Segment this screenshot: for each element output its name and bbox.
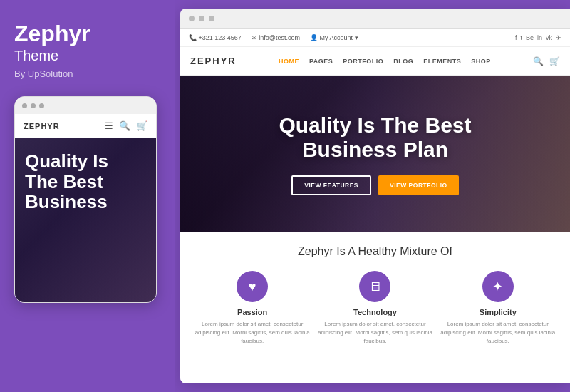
brand-subtitle: Theme [14, 48, 160, 64]
simplicity-desc: Lorem ipsum dolor sit amet, consectetur … [440, 320, 556, 346]
twitter-icon[interactable]: t [520, 34, 522, 41]
technology-label: Technology [353, 308, 397, 316]
mobile-chrome-bar [15, 97, 156, 114]
passion-desc: Lorem ipsum dolor sit amet, consectetur … [195, 320, 310, 346]
hero-section: Quality Is The Best Business Plan VIEW F… [180, 76, 570, 232]
nav-blog[interactable]: BLOG [393, 58, 413, 65]
nav-cart-icon[interactable]: 🛒 [549, 56, 560, 66]
vk-icon[interactable]: vk [546, 34, 552, 41]
account-info[interactable]: 👤 My Account ▾ [310, 34, 358, 41]
mobile-hero-text: Quality Is The Best Business [25, 151, 146, 212]
hero-content: Quality Is The Best Business Plan VIEW F… [279, 113, 471, 195]
behance-icon[interactable]: Be [526, 34, 534, 41]
mobile-nav-icons: ☰ 🔍 🛒 [105, 120, 147, 131]
mobile-preview: ZEPHYR ☰ 🔍 🛒 Quality Is The Best Busines… [14, 96, 157, 303]
instagram-icon[interactable]: in [537, 34, 542, 41]
hamburger-icon[interactable]: ☰ [105, 120, 113, 131]
site-nav-icons: 🔍 🛒 [533, 56, 560, 66]
facebook-icon[interactable]: f [515, 34, 517, 41]
right-panel: 📞 +321 123 4567 ✉ info@test.com 👤 My Acc… [180, 9, 570, 383]
mobile-dot-1 [22, 103, 27, 108]
technology-desc: Lorem ipsum dolor sit amet, consectetur … [317, 320, 432, 346]
email-info: ✉ info@test.com [252, 34, 300, 41]
hero-buttons: VIEW FEATURES VIEW PORTFOLIO [279, 175, 471, 195]
mobile-cart-icon[interactable]: 🛒 [136, 120, 147, 131]
passion-label: Passion [237, 308, 267, 316]
social-icons: f t Be in vk ✈ [515, 34, 561, 41]
nav-shop[interactable]: SHOP [471, 58, 491, 65]
features-grid: ♥ Passion Lorem ipsum dolor sit amet, co… [195, 271, 556, 346]
mobile-nav-logo: ZEPHYR [24, 122, 60, 130]
site-nav-links: HOME PAGES PORTFOLIO BLOG ELEMENTS SHOP [279, 58, 491, 65]
mobile-dot-2 [31, 103, 36, 108]
passion-icon-circle: ♥ [237, 271, 268, 302]
site-info-left: 📞 +321 123 4567 ✉ info@test.com 👤 My Acc… [189, 34, 358, 41]
monitor-icon: 🖥 [368, 280, 381, 293]
mobile-hero: Quality Is The Best Business [15, 138, 156, 303]
left-panel: Zephyr Theme By UpSolution ZEPHYR ☰ 🔍 🛒 … [0, 0, 175, 392]
feature-passion: ♥ Passion Lorem ipsum dolor sit amet, co… [195, 271, 310, 346]
phone-info: 📞 +321 123 4567 [189, 34, 242, 41]
chrome-dot-3 [209, 16, 214, 21]
view-portfolio-button[interactable]: VIEW PORTFOLIO [378, 175, 459, 195]
nav-portfolio[interactable]: PORTFOLIO [343, 58, 383, 65]
feature-technology: 🖥 Technology Lorem ipsum dolor sit amet,… [317, 271, 432, 346]
site-info-bar: 📞 +321 123 4567 ✉ info@test.com 👤 My Acc… [180, 29, 570, 47]
chrome-dot-2 [199, 16, 204, 21]
simplicity-icon-circle: ✦ [482, 271, 514, 302]
heart-icon: ♥ [249, 280, 256, 293]
brand-by: By UpSolution [14, 68, 160, 79]
mobile-search-icon[interactable]: 🔍 [119, 120, 130, 131]
desktop-chrome-bar [180, 9, 570, 29]
site-nav: ZEPHYR HOME PAGES PORTFOLIO BLOG ELEMENT… [180, 47, 570, 76]
brand-title: Zephyr [14, 21, 160, 46]
nav-search-icon[interactable]: 🔍 [533, 56, 544, 66]
features-title: Zephyr Is A Healthy Mixture Of [195, 245, 556, 258]
technology-icon-circle: 🖥 [359, 271, 390, 302]
chrome-dot-1 [189, 16, 195, 21]
nav-pages[interactable]: PAGES [309, 58, 333, 65]
mobile-nav: ZEPHYR ☰ 🔍 🛒 [15, 114, 156, 138]
view-features-button[interactable]: VIEW FEATURES [291, 175, 371, 195]
other-icon[interactable]: ✈ [556, 34, 561, 41]
nav-elements[interactable]: ELEMENTS [423, 58, 461, 65]
star-icon: ✦ [492, 280, 503, 293]
feature-simplicity: ✦ Simplicity Lorem ipsum dolor sit amet,… [440, 271, 556, 346]
features-section: Zephyr Is A Healthy Mixture Of ♥ Passion… [180, 232, 570, 383]
hero-title: Quality Is The Best Business Plan [279, 113, 471, 163]
site-nav-logo: ZEPHYR [190, 56, 237, 66]
mobile-dot-3 [39, 103, 44, 108]
nav-home[interactable]: HOME [279, 58, 299, 65]
simplicity-label: Simplicity [480, 308, 517, 316]
